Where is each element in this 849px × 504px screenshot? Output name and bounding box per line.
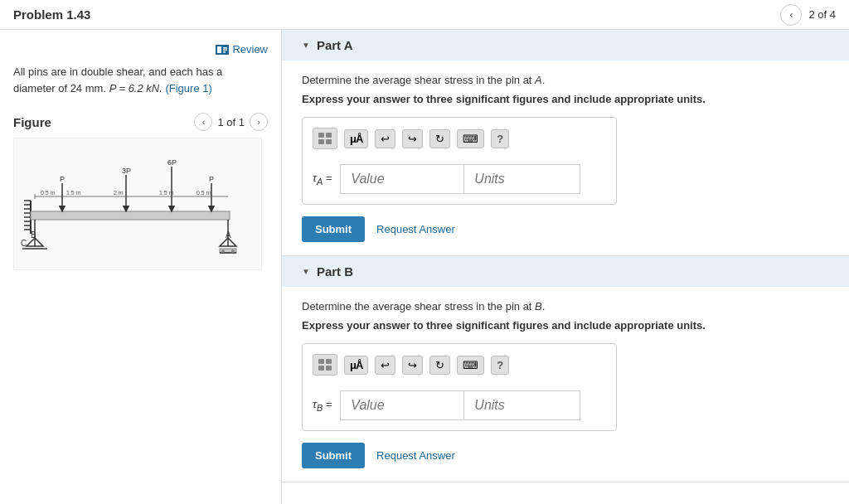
header-navigation: ‹ 2 of 4 bbox=[780, 4, 836, 26]
svg-rect-4 bbox=[223, 51, 226, 53]
grid-icon-b bbox=[318, 359, 332, 371]
refresh-icon-a: ↻ bbox=[435, 133, 444, 145]
part-a-request-link[interactable]: Request Answer bbox=[376, 223, 455, 235]
part-b-instruction: Express your answer to three significant… bbox=[302, 319, 829, 332]
undo-icon-b: ↩ bbox=[381, 359, 390, 371]
svg-text:1.5 m: 1.5 m bbox=[66, 190, 81, 196]
part-a-section: ▼ Part A Determine the average shear str… bbox=[282, 30, 849, 256]
figure-link[interactable]: (Figure 1) bbox=[165, 82, 211, 94]
part-b-label: Part B bbox=[317, 264, 353, 279]
content-area: ▼ Part A Determine the average shear str… bbox=[282, 30, 849, 504]
undo-button-a[interactable]: ↩ bbox=[375, 129, 395, 148]
main-layout: Review All pins are in double shear, and… bbox=[0, 30, 849, 504]
figure-image: B A C bbox=[13, 138, 262, 270]
problem-description: All pins are in double shear, and each h… bbox=[13, 64, 268, 96]
redo-button-a[interactable]: ↪ bbox=[402, 129, 423, 148]
mu-label-b: μÅ bbox=[350, 359, 362, 371]
part-b-input-row: τB = bbox=[313, 390, 606, 420]
mu-button-b[interactable]: μÅ bbox=[344, 356, 368, 375]
svg-point-26 bbox=[231, 250, 235, 253]
undo-button-b[interactable]: ↩ bbox=[375, 356, 395, 375]
figure-title: Figure bbox=[13, 115, 51, 129]
undo-icon-a: ↩ bbox=[381, 133, 390, 145]
figure-navigation: ‹ 1 of 1 › bbox=[194, 113, 268, 131]
mu-button-a[interactable]: μÅ bbox=[344, 129, 368, 148]
help-icon-a: ? bbox=[497, 133, 503, 145]
redo-icon-b: ↪ bbox=[408, 359, 417, 371]
svg-text:2 m: 2 m bbox=[114, 190, 124, 196]
part-a-answer-box: μÅ ↩ ↪ ↻ ⌨ ? bbox=[302, 117, 617, 205]
problem-formula: P = 6.2 kN. bbox=[109, 82, 163, 94]
svg-text:3P: 3P bbox=[122, 167, 131, 175]
figure-header: Figure ‹ 1 of 1 › bbox=[13, 113, 268, 131]
part-a-instruction: Express your answer to three significant… bbox=[302, 93, 829, 105]
svg-text:6P: 6P bbox=[167, 158, 177, 167]
part-a-header: ▼ Part A bbox=[282, 30, 849, 61]
part-b-header: ▼ Part B bbox=[282, 256, 849, 287]
keyboard-icon-b: ⌨ bbox=[463, 359, 478, 371]
keyboard-button-b[interactable]: ⌨ bbox=[457, 356, 484, 375]
part-a-label: Part A bbox=[317, 38, 353, 52]
part-a-submit-button[interactable]: Submit bbox=[302, 216, 365, 242]
part-b-question: Determine the average shear stress in th… bbox=[302, 300, 829, 313]
help-icon-b: ? bbox=[497, 359, 503, 371]
keyboard-icon-a: ⌨ bbox=[463, 133, 478, 145]
refresh-button-a[interactable]: ↻ bbox=[429, 129, 450, 148]
svg-text:1.5 m: 1.5 m bbox=[159, 190, 174, 196]
figure-prev-button[interactable]: ‹ bbox=[194, 113, 212, 131]
help-button-a[interactable]: ? bbox=[491, 129, 509, 148]
refresh-icon-b: ↻ bbox=[435, 359, 444, 371]
figure-section: Figure ‹ 1 of 1 › bbox=[13, 113, 268, 270]
review-label[interactable]: Review bbox=[232, 43, 268, 56]
keyboard-button-a[interactable]: ⌨ bbox=[457, 129, 484, 148]
svg-text:0.5 m: 0.5 m bbox=[41, 190, 56, 196]
sidebar: Review All pins are in double shear, and… bbox=[0, 30, 282, 504]
grid-button-a[interactable] bbox=[313, 128, 337, 149]
refresh-button-b[interactable]: ↻ bbox=[429, 356, 450, 375]
part-a-input-label: τA = bbox=[313, 172, 332, 187]
part-b-units-input[interactable] bbox=[464, 390, 580, 420]
problem-text-line2: diameter of 24 mm. bbox=[13, 82, 106, 94]
grid-button-b[interactable] bbox=[313, 354, 337, 376]
svg-text:0.5 m: 0.5 m bbox=[196, 190, 211, 196]
part-b-actions: Submit Request Answer bbox=[302, 443, 829, 468]
part-b-arrow: ▼ bbox=[302, 267, 310, 276]
problem-text-line1: All pins are in double shear, and each h… bbox=[13, 65, 222, 78]
svg-text:P: P bbox=[60, 175, 65, 183]
prev-problem-button[interactable]: ‹ bbox=[780, 4, 802, 26]
part-a-actions: Submit Request Answer bbox=[302, 216, 829, 242]
page-header: Problem 1.43 ‹ 2 of 4 bbox=[0, 0, 849, 30]
page-title: Problem 1.43 bbox=[13, 7, 90, 22]
part-b-section: ▼ Part B Determine the average shear str… bbox=[282, 256, 849, 482]
beam-diagram: B A C bbox=[14, 138, 262, 270]
part-a-arrow: ▼ bbox=[302, 41, 310, 50]
review-link[interactable]: Review bbox=[13, 43, 268, 56]
part-b-input-label: τB = bbox=[313, 398, 332, 413]
figure-next-button[interactable]: › bbox=[250, 113, 268, 131]
svg-rect-3 bbox=[223, 49, 227, 51]
part-a-toolbar: μÅ ↩ ↪ ↻ ⌨ ? bbox=[313, 128, 606, 156]
svg-rect-14 bbox=[31, 211, 230, 220]
part-b-submit-button[interactable]: Submit bbox=[302, 443, 365, 468]
part-b-toolbar: μÅ ↩ ↪ ↻ ⌨ ? bbox=[313, 354, 606, 382]
part-b-answer-box: μÅ ↩ ↪ ↻ ⌨ ? bbox=[302, 343, 617, 431]
help-button-b[interactable]: ? bbox=[491, 356, 509, 375]
part-a-input-row: τA = bbox=[313, 164, 606, 194]
svg-rect-1 bbox=[217, 46, 221, 53]
part-b-request-link[interactable]: Request Answer bbox=[376, 449, 455, 462]
part-b-value-input[interactable] bbox=[340, 390, 464, 420]
review-icon bbox=[216, 45, 229, 55]
grid-icon-a bbox=[318, 133, 332, 144]
redo-icon-a: ↪ bbox=[408, 133, 417, 145]
page-info: 2 of 4 bbox=[808, 8, 836, 21]
part-a-value-input[interactable] bbox=[340, 164, 464, 194]
part-a-units-input[interactable] bbox=[464, 164, 580, 194]
svg-rect-2 bbox=[223, 47, 227, 49]
part-a-question: Determine the average shear stress in th… bbox=[302, 74, 829, 86]
svg-point-25 bbox=[221, 250, 225, 253]
redo-button-b[interactable]: ↪ bbox=[402, 356, 423, 375]
mu-label-a: μÅ bbox=[350, 133, 362, 145]
figure-count: 1 of 1 bbox=[217, 116, 245, 128]
svg-text:P: P bbox=[209, 175, 214, 183]
